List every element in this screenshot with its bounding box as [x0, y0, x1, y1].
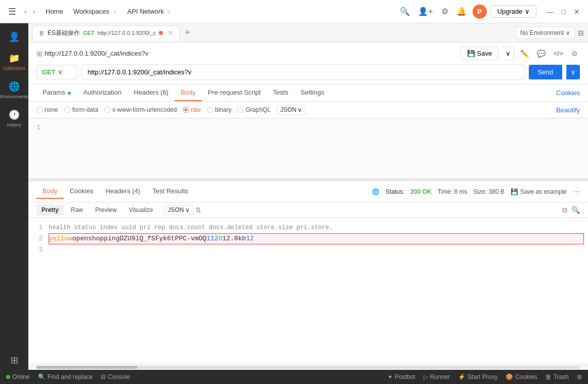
store-size-value: 12.8kb [222, 233, 246, 244]
postbot-button[interactable]: ✦ Postbot [388, 373, 415, 380]
option-x-www[interactable]: x-www-form-urlencoded [104, 106, 177, 113]
url-input[interactable] [81, 64, 525, 80]
radio-none [36, 107, 43, 113]
send-button[interactable]: Send [529, 65, 562, 79]
tab-url-short: http://127.0.0.1:9200/_c [98, 30, 156, 36]
send-dropdown-button[interactable]: ∨ [566, 65, 580, 79]
body-options-bar: none form-data x-www-form-urlencoded raw… [28, 102, 588, 118]
settings-button[interactable]: ⚙ [439, 5, 450, 18]
environment-selector[interactable]: No Environment ∨ [516, 27, 575, 39]
user-plus-button[interactable]: 👤+ [416, 5, 435, 18]
grid-bottom-button[interactable]: ⊞ [577, 373, 582, 380]
option-none[interactable]: none [36, 106, 58, 113]
upgrade-button[interactable]: Upgrade ∨ [491, 5, 536, 18]
sidebar-item-environments[interactable]: 🌐 Environments [0, 77, 28, 103]
runner-button[interactable]: ▷ Runner [424, 373, 450, 380]
titlebar: ☰ ‹ › Home Workspaces ∨ API Network ∨ 🔍 … [0, 0, 588, 23]
trash-button[interactable]: 🗑 Trash [545, 373, 569, 380]
find-replace-button[interactable]: 🔍 Find and replace [38, 373, 93, 380]
url-bar-left: ⊞ http://127.0.0.1:9200/_cat/indices?v [36, 50, 148, 58]
search-response-button[interactable]: 🔍 [571, 206, 580, 215]
option-binary[interactable]: binary [207, 106, 232, 113]
copy-response-button[interactable]: ⧉ [562, 206, 567, 215]
environments-icon: 🌐 [9, 81, 20, 92]
fmt-tab-preview[interactable]: Preview [90, 204, 122, 216]
response-format-selector[interactable]: JSON ∨ [164, 205, 193, 215]
status-label: Status: [386, 188, 404, 195]
sidebar-item-user[interactable]: 👤 [0, 27, 28, 47]
tab-settings[interactable]: Settings [295, 84, 330, 101]
api-network-link[interactable]: API Network ∨ [123, 6, 176, 17]
back-button[interactable]: ‹ [22, 6, 29, 17]
save-button[interactable]: 💾 Save [460, 47, 499, 60]
tab-method: GET [83, 30, 95, 36]
tab-params[interactable]: Params [36, 84, 77, 101]
main-layout: 👤 📁 Collections 🌐 Environments 🕐 History… [0, 23, 588, 370]
resp-tab-body[interactable]: Body [36, 184, 64, 199]
tab-tests[interactable]: Tests [267, 84, 294, 101]
beautify-button[interactable]: Beautify [556, 106, 580, 114]
filter-icon-button[interactable]: ⇅ [195, 206, 201, 214]
url-display-bar: ⊞ http://127.0.0.1:9200/_cat/indices?v 💾… [36, 47, 580, 60]
edit-icon-button[interactable]: ✏️ [518, 48, 531, 60]
minimize-button[interactable]: — [544, 7, 556, 17]
tab-authorization[interactable]: Authorization [77, 84, 128, 101]
fmt-tab-visualize[interactable]: Visualize [124, 204, 158, 216]
forward-button[interactable]: › [31, 6, 37, 17]
sidebar-item-mock[interactable]: ⊞ [0, 351, 28, 370]
bell-button[interactable]: 🔔 [454, 5, 469, 18]
tab-pre-request[interactable]: Pre-request Script [202, 84, 267, 101]
json-format-selector[interactable]: JSON ∨ [277, 105, 306, 115]
fmt-tab-pretty[interactable]: Pretty [36, 204, 64, 216]
body-options-right: Beautify [556, 106, 580, 114]
sidebar-item-collections[interactable]: 📁 Collections [0, 49, 28, 75]
method-selector[interactable]: GET ∨ [36, 65, 77, 79]
save-dropdown-button[interactable]: ∨ [502, 47, 514, 60]
tab-label: ES基础操作 [48, 29, 80, 37]
postbot-icon: ✦ [388, 373, 393, 380]
horizontal-scrollbar[interactable] [28, 364, 588, 370]
code-icon-button[interactable]: </> [552, 48, 565, 59]
option-form-data[interactable]: form-data [64, 106, 98, 113]
code-line-1: health status index uuid pri rep docs.co… [49, 222, 584, 233]
resp-tab-cookies[interactable]: Cookies [64, 184, 100, 199]
more-options-button[interactable]: ⋯ [573, 188, 580, 196]
cookies-bottom-button[interactable]: 🍪 Cookies [506, 373, 537, 380]
menu-button[interactable]: ☰ [6, 4, 18, 19]
close-button[interactable]: ✕ [572, 7, 582, 17]
maximize-button[interactable]: □ [560, 7, 568, 17]
titlebar-right: 🔍 👤+ ⚙ 🔔 P Upgrade ∨ — □ ✕ [398, 5, 582, 19]
status-code: 200 OK [410, 188, 431, 195]
settings-right-button[interactable]: ⚙ [569, 48, 580, 60]
option-graphql[interactable]: GraphQL [237, 106, 270, 113]
active-tab[interactable]: 🗑 ES基础操作 GET http://127.0.0.1:9200/_c ✕ [32, 25, 180, 40]
scrollbar-thumb[interactable] [36, 366, 138, 369]
mock-icon: ⊞ [11, 355, 18, 366]
home-link[interactable]: Home [41, 6, 67, 17]
history-icon: 🕐 [9, 109, 20, 120]
layout-toggle-button[interactable]: ⊟ [578, 29, 584, 37]
comment-icon-button[interactable]: 💬 [535, 48, 548, 60]
start-proxy-button[interactable]: ⚡ Start Proxy [458, 373, 497, 380]
console-button[interactable]: ⊟ Console [101, 373, 130, 380]
url-display-text: http://127.0.0.1:9200/_cat/indices?v [45, 50, 148, 57]
window-controls: — □ ✕ [544, 7, 582, 17]
tab-body[interactable]: Body [175, 84, 202, 101]
code-line-2: yellow open shopping DZU9lQ_fSFyk6tPPC-v… [49, 233, 584, 244]
tab-close-button[interactable]: ✕ [168, 29, 173, 36]
tab-headers[interactable]: Headers (6) [128, 84, 175, 101]
editor-content[interactable] [49, 122, 580, 175]
add-tab-button[interactable]: + [182, 26, 193, 39]
fmt-tab-raw[interactable]: Raw [66, 204, 88, 216]
scrollbar-track [36, 366, 580, 369]
resp-tab-headers[interactable]: Headers (4) [100, 184, 147, 199]
option-raw[interactable]: raw [183, 106, 200, 113]
search-button[interactable]: 🔍 [398, 5, 412, 18]
resp-tab-test-results[interactable]: Test Results [146, 184, 194, 199]
editor-area[interactable]: 1 [28, 118, 588, 179]
response-format-bar: Pretty Raw Preview Visualize JSON ∨ ⇅ ⧉ [28, 202, 588, 218]
save-as-example-button[interactable]: 💾 Save as example [511, 188, 567, 195]
cookies-link[interactable]: Cookies [556, 89, 580, 97]
workspaces-link[interactable]: Workspaces ∨ [69, 6, 121, 17]
sidebar-item-history[interactable]: 🕐 History [0, 105, 28, 132]
